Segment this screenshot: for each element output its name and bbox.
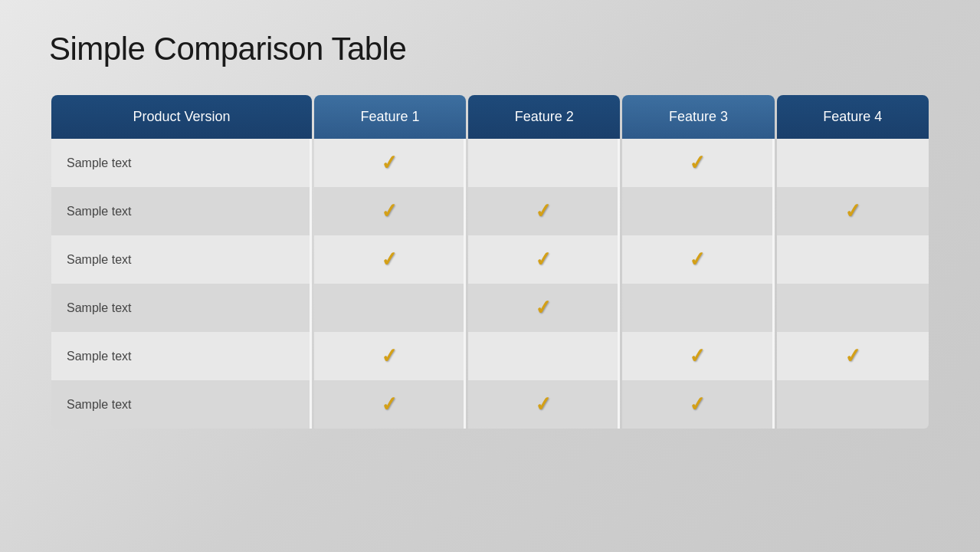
table-row: Sample text✓✓✓ [51, 380, 929, 429]
cell-feature4 [777, 284, 929, 332]
table-row: Sample text✓ [51, 284, 929, 332]
checkmark-icon: ✓ [533, 295, 552, 320]
cell-feature2: ✓ [468, 187, 620, 235]
cell-feature1 [314, 284, 466, 332]
cell-feature4 [777, 139, 929, 187]
cell-feature2 [468, 332, 620, 380]
table-header-row: Product Version Feature 1 Feature 2 Feat… [51, 95, 929, 139]
cell-feature1: ✓ [314, 332, 466, 380]
cell-feature4: ✓ [777, 332, 929, 380]
row-label: Sample text [51, 284, 312, 332]
cell-feature2: ✓ [468, 380, 620, 429]
cell-feature4 [777, 380, 929, 429]
cell-feature1: ✓ [314, 380, 466, 429]
checkmark-icon: ✓ [379, 150, 398, 176]
cell-feature3: ✓ [622, 235, 774, 284]
row-label: Sample text [51, 187, 312, 235]
table-row: Sample text✓✓✓ [51, 235, 929, 284]
table-row: Sample text✓✓✓ [51, 332, 929, 380]
cell-feature1: ✓ [314, 139, 466, 187]
checkmark-icon: ✓ [844, 199, 863, 224]
cell-feature1: ✓ [314, 235, 466, 284]
checkmark-icon: ✓ [379, 247, 398, 272]
checkmark-icon: ✓ [688, 247, 707, 272]
row-label: Sample text [51, 235, 312, 284]
cell-feature1: ✓ [314, 187, 466, 235]
header-feature2: Feature 2 [468, 95, 620, 139]
cell-feature4: ✓ [777, 187, 929, 235]
cell-feature3: ✓ [622, 380, 774, 429]
checkmark-icon: ✓ [533, 199, 552, 224]
cell-feature3: ✓ [622, 139, 774, 187]
row-label: Sample text [51, 332, 312, 380]
checkmark-icon: ✓ [533, 247, 552, 272]
cell-feature2: ✓ [468, 235, 620, 284]
row-label: Sample text [51, 139, 312, 187]
header-product-version: Product Version [51, 95, 312, 139]
cell-feature3: ✓ [622, 332, 774, 380]
header-feature3: Feature 3 [622, 95, 774, 139]
cell-feature2 [468, 139, 620, 187]
checkmark-icon: ✓ [379, 392, 398, 417]
page-title: Simple Comparison Table [49, 31, 931, 67]
checkmark-icon: ✓ [688, 392, 707, 417]
table-row: Sample text✓✓✓ [51, 187, 929, 235]
checkmark-icon: ✓ [688, 150, 707, 176]
checkmark-icon: ✓ [379, 343, 398, 369]
table-row: Sample text✓✓ [51, 139, 929, 187]
cell-feature2: ✓ [468, 284, 620, 332]
comparison-table: Product Version Feature 1 Feature 2 Feat… [49, 95, 931, 429]
cell-feature3 [622, 284, 774, 332]
checkmark-icon: ✓ [844, 343, 863, 369]
checkmark-icon: ✓ [533, 392, 552, 417]
checkmark-icon: ✓ [688, 343, 707, 369]
cell-feature3 [622, 187, 774, 235]
cell-feature4 [777, 235, 929, 284]
header-feature1: Feature 1 [314, 95, 466, 139]
checkmark-icon: ✓ [379, 199, 398, 224]
header-feature4: Feature 4 [777, 95, 929, 139]
row-label: Sample text [51, 380, 312, 429]
